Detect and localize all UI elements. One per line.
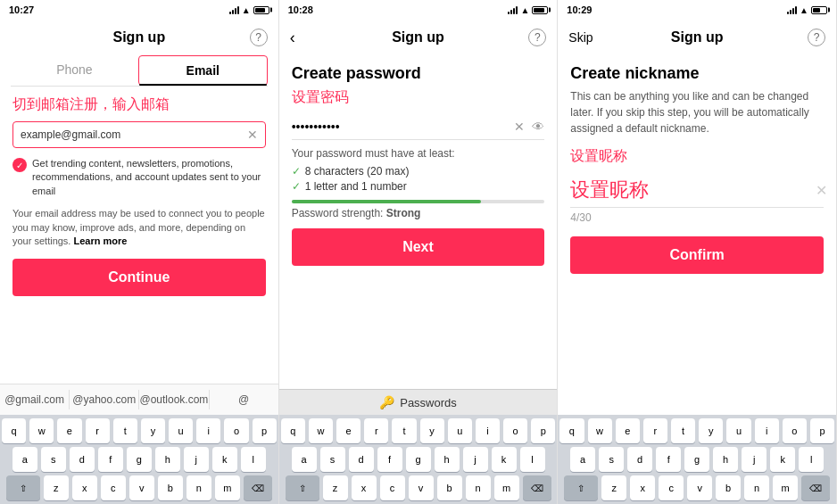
key-o[interactable]: o <box>224 418 248 443</box>
clear-email-icon[interactable]: ✕ <box>247 128 258 142</box>
key2-d[interactable]: d <box>349 447 374 472</box>
key-d[interactable]: d <box>70 447 95 472</box>
key2-i[interactable]: i <box>476 418 500 443</box>
skip-button[interactable]: Skip <box>568 30 593 45</box>
key-v[interactable]: v <box>129 475 154 500</box>
key2-y[interactable]: y <box>420 418 444 443</box>
back-button-2[interactable]: ‹ <box>290 29 295 47</box>
key3-l[interactable]: l <box>799 447 824 472</box>
key3-m[interactable]: m <box>773 475 798 500</box>
toggle-password-icon[interactable]: 👁 <box>532 120 544 134</box>
key-s[interactable]: s <box>41 447 66 472</box>
key-u[interactable]: u <box>169 418 193 443</box>
key-a[interactable]: a <box>12 447 37 472</box>
key3-k[interactable]: k <box>770 447 795 472</box>
key-c[interactable]: c <box>101 475 126 500</box>
key2-b[interactable]: b <box>437 475 462 500</box>
tab-email[interactable]: Email <box>138 55 268 86</box>
key3-h[interactable]: h <box>713 447 738 472</box>
key-x[interactable]: x <box>72 475 97 500</box>
key2-f[interactable]: f <box>377 447 402 472</box>
password-input[interactable] <box>292 120 515 134</box>
key2-z[interactable]: z <box>323 475 348 500</box>
key3-y[interactable]: y <box>699 418 723 443</box>
key2-j[interactable]: j <box>463 447 488 472</box>
key3-x[interactable]: x <box>630 475 655 500</box>
key-shift[interactable]: ⇧ <box>6 475 40 500</box>
key-e[interactable]: e <box>57 418 81 443</box>
key2-v[interactable]: v <box>409 475 434 500</box>
key2-m[interactable]: m <box>494 475 519 500</box>
key3-q[interactable]: q <box>559 418 584 443</box>
key3-u[interactable]: u <box>726 418 750 443</box>
key2-h[interactable]: h <box>435 447 460 472</box>
email-input[interactable] <box>21 128 247 141</box>
clear-nickname-icon[interactable]: ✕ <box>816 182 827 199</box>
key2-o[interactable]: o <box>503 418 527 443</box>
key2-t[interactable]: t <box>392 418 416 443</box>
help-button-2[interactable]: ? <box>528 29 546 46</box>
key2-g[interactable]: g <box>406 447 431 472</box>
help-button-3[interactable]: ? <box>808 29 825 46</box>
key2-q[interactable]: q <box>281 418 305 443</box>
key2-a[interactable]: a <box>292 447 317 472</box>
key-n[interactable]: n <box>186 475 211 500</box>
key-h[interactable]: h <box>155 447 180 472</box>
key3-b[interactable]: b <box>716 475 741 500</box>
key-f[interactable]: f <box>98 447 123 472</box>
key2-delete[interactable]: ⌫ <box>523 475 551 500</box>
key3-a[interactable]: a <box>570 447 595 472</box>
key-y[interactable]: y <box>141 418 165 443</box>
checkbox-icon[interactable] <box>12 158 27 172</box>
key-w[interactable]: w <box>29 418 54 443</box>
key3-g[interactable]: g <box>684 447 709 472</box>
confirm-button[interactable]: Confirm <box>570 236 824 274</box>
key2-r[interactable]: r <box>364 418 388 443</box>
key3-p[interactable]: p <box>810 418 834 443</box>
key-l[interactable]: l <box>241 447 266 472</box>
key2-c[interactable]: c <box>380 475 405 500</box>
key3-w[interactable]: w <box>588 418 612 443</box>
key-delete[interactable]: ⌫ <box>244 475 272 500</box>
key-g[interactable]: g <box>127 447 152 472</box>
key3-e[interactable]: e <box>616 418 640 443</box>
key-m[interactable]: m <box>215 475 240 500</box>
nickname-input[interactable] <box>570 178 816 202</box>
key3-f[interactable]: f <box>656 447 681 472</box>
next-button[interactable]: Next <box>292 228 545 266</box>
key-t[interactable]: t <box>113 418 137 443</box>
key3-c[interactable]: c <box>659 475 684 500</box>
suggestion-gmail[interactable]: @gmail.com <box>0 390 70 409</box>
key3-v[interactable]: v <box>687 475 712 500</box>
key-k[interactable]: k <box>212 447 237 472</box>
key3-o[interactable]: o <box>783 418 807 443</box>
key3-delete[interactable]: ⌫ <box>801 475 830 500</box>
key-b[interactable]: b <box>158 475 183 500</box>
key2-w[interactable]: w <box>309 418 333 443</box>
key3-j[interactable]: j <box>742 447 767 472</box>
key-r[interactable]: r <box>86 418 110 443</box>
key2-n[interactable]: n <box>466 475 491 500</box>
continue-button[interactable]: Continue <box>12 259 266 296</box>
clear-password-icon[interactable]: ✕ <box>514 120 525 134</box>
key3-i[interactable]: i <box>755 418 779 443</box>
suggestion-outlook[interactable]: @outlook.com <box>139 390 209 409</box>
key3-d[interactable]: d <box>627 447 652 472</box>
key-p[interactable]: p <box>253 418 277 443</box>
suggestion-other[interactable]: @ <box>210 390 278 409</box>
key2-u[interactable]: u <box>448 418 472 443</box>
learn-more-link[interactable]: Learn more <box>73 235 127 246</box>
key-q[interactable]: q <box>2 418 26 443</box>
key2-x[interactable]: x <box>352 475 377 500</box>
key2-p[interactable]: p <box>531 418 555 443</box>
key2-shift[interactable]: ⇧ <box>286 475 319 500</box>
key2-l[interactable]: l <box>520 447 545 472</box>
key3-shift[interactable]: ⇧ <box>564 475 598 500</box>
key2-e[interactable]: e <box>336 418 360 443</box>
key3-t[interactable]: t <box>671 418 695 443</box>
key3-r[interactable]: r <box>643 418 667 443</box>
tab-phone[interactable]: Phone <box>11 55 138 86</box>
key-i[interactable]: i <box>196 418 220 443</box>
key2-k[interactable]: k <box>492 447 517 472</box>
key2-s[interactable]: s <box>320 447 345 472</box>
